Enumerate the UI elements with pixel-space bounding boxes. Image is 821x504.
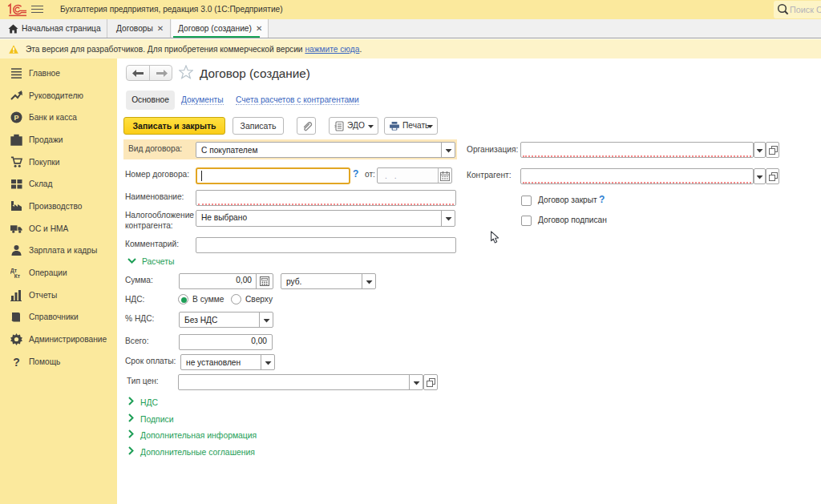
svg-text:Кт: Кт: [14, 273, 21, 279]
svg-text:Р: Р: [14, 114, 18, 122]
svg-text:?: ?: [13, 356, 20, 368]
